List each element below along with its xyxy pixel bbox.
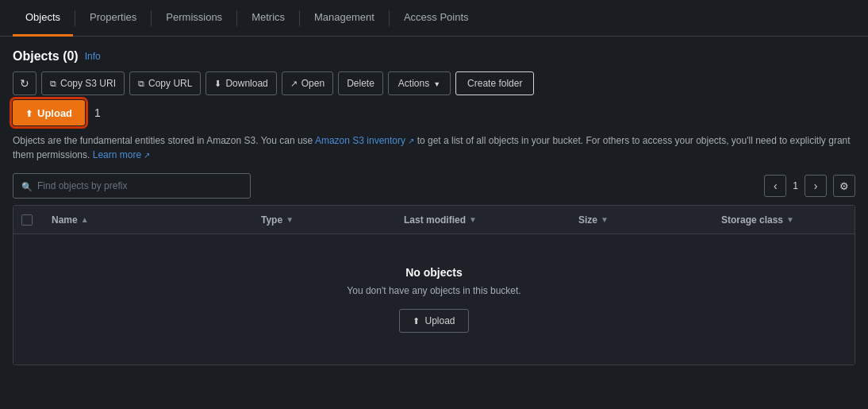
copy-s3-uri-button[interactable]: Copy S3 URI xyxy=(41,71,125,95)
tab-divider-2 xyxy=(151,10,152,26)
empty-state: No objects You don't have any objects in… xyxy=(13,234,855,365)
delete-button[interactable]: Delete xyxy=(338,71,383,95)
column-header-storage-class[interactable]: Storage class ▼ xyxy=(712,214,855,226)
info-link[interactable]: Info xyxy=(85,51,101,62)
column-header-last-modified[interactable]: Last modified ▼ xyxy=(394,214,569,226)
table-settings-button[interactable] xyxy=(833,175,855,197)
table-header: Name ▲ Type ▼ Last modified ▼ Size ▼ Sto… xyxy=(13,206,855,234)
tab-divider-4 xyxy=(299,10,300,26)
page-number: 1 xyxy=(793,180,798,191)
upload-button[interactable]: Upload xyxy=(13,100,85,125)
toolbar-row2: Upload 1 xyxy=(13,100,855,125)
refresh-icon xyxy=(20,77,29,90)
actions-button[interactable]: Actions xyxy=(388,71,451,95)
sort-desc-size-icon: ▼ xyxy=(601,215,609,224)
actions-chevron-icon xyxy=(433,78,440,89)
column-storage-class-label: Storage class xyxy=(721,214,783,226)
search-box xyxy=(13,173,251,199)
upload-label: Upload xyxy=(37,107,72,119)
tab-permissions[interactable]: Permissions xyxy=(153,0,235,37)
tab-access-points[interactable]: Access Points xyxy=(391,0,482,37)
objects-table: Name ▲ Type ▼ Last modified ▼ Size ▼ Sto… xyxy=(13,205,855,365)
pagination-controls: 1 xyxy=(764,175,855,197)
select-all-header xyxy=(13,214,42,226)
open-icon xyxy=(290,78,298,89)
copy-url-button[interactable]: Copy URL xyxy=(129,71,201,95)
tab-divider-3 xyxy=(236,10,237,26)
gear-icon xyxy=(839,179,849,192)
empty-description: You don't have any objects in this bucke… xyxy=(29,285,839,296)
download-button[interactable]: Download xyxy=(205,71,276,95)
info-text-block: Objects are the fundamental entities sto… xyxy=(13,133,855,162)
tab-properties[interactable]: Properties xyxy=(77,0,149,37)
copy-s3-uri-icon xyxy=(50,78,56,89)
column-last-modified-label: Last modified xyxy=(404,214,466,226)
main-content: Objects (0) Info Copy S3 URI Copy URL Do… xyxy=(0,37,868,365)
tab-objects[interactable]: Objects xyxy=(13,0,73,37)
select-all-checkbox[interactable] xyxy=(21,214,33,226)
upload-icon xyxy=(25,107,33,119)
upload-empty-label: Upload xyxy=(424,315,455,326)
toolbar-row1: Copy S3 URI Copy URL Download Open Delet… xyxy=(13,71,855,95)
tab-divider-5 xyxy=(389,10,390,26)
learn-more-ext-icon xyxy=(144,149,150,160)
tab-management[interactable]: Management xyxy=(301,0,387,37)
empty-title: No objects xyxy=(29,266,839,279)
download-label: Download xyxy=(225,78,267,89)
sort-asc-icon: ▲ xyxy=(81,215,89,224)
learn-more-link[interactable]: Learn more xyxy=(93,149,151,160)
sort-desc-modified-icon: ▼ xyxy=(469,215,477,224)
info-prefix: Objects are the fundamental entities sto… xyxy=(13,135,315,146)
search-row: 1 xyxy=(13,173,855,199)
column-header-name[interactable]: Name ▲ xyxy=(42,214,252,226)
open-button[interactable]: Open xyxy=(282,71,333,95)
download-icon xyxy=(214,78,221,89)
actions-label: Actions xyxy=(398,78,429,89)
sort-desc-type-icon: ▼ xyxy=(286,215,294,224)
copy-url-icon xyxy=(138,78,144,89)
search-input[interactable] xyxy=(37,180,242,191)
open-label: Open xyxy=(301,78,325,89)
tab-divider-1 xyxy=(75,10,75,26)
copy-url-label: Copy URL xyxy=(148,78,192,89)
column-header-type[interactable]: Type ▼ xyxy=(252,214,394,226)
top-navigation: Objects Properties Permissions Metrics M… xyxy=(0,0,868,37)
upload-count: 1 xyxy=(94,106,101,119)
tab-metrics[interactable]: Metrics xyxy=(239,0,298,37)
upload-empty-icon xyxy=(413,315,420,326)
create-folder-label: Create folder xyxy=(467,78,522,89)
pagination-prev-button[interactable] xyxy=(764,175,786,197)
copy-s3-uri-label: Copy S3 URI xyxy=(60,78,116,89)
sort-desc-storage-icon: ▼ xyxy=(786,215,794,224)
column-name-label: Name xyxy=(52,214,78,226)
objects-title: Objects (0) xyxy=(13,49,79,64)
column-type-label: Type xyxy=(261,214,282,226)
refresh-button[interactable] xyxy=(13,71,36,95)
search-icon xyxy=(21,180,33,192)
chevron-right-icon xyxy=(814,179,818,192)
chevron-left-icon xyxy=(774,179,778,192)
create-folder-button[interactable]: Create folder xyxy=(455,71,534,95)
column-size-label: Size xyxy=(578,214,597,226)
pagination-next-button[interactable] xyxy=(805,175,827,197)
column-header-size[interactable]: Size ▼ xyxy=(569,214,712,226)
s3-inventory-link[interactable]: Amazon S3 inventory xyxy=(315,135,414,146)
objects-header: Objects (0) Info xyxy=(13,49,855,64)
upload-empty-button[interactable]: Upload xyxy=(399,309,468,333)
delete-label: Delete xyxy=(347,78,374,89)
